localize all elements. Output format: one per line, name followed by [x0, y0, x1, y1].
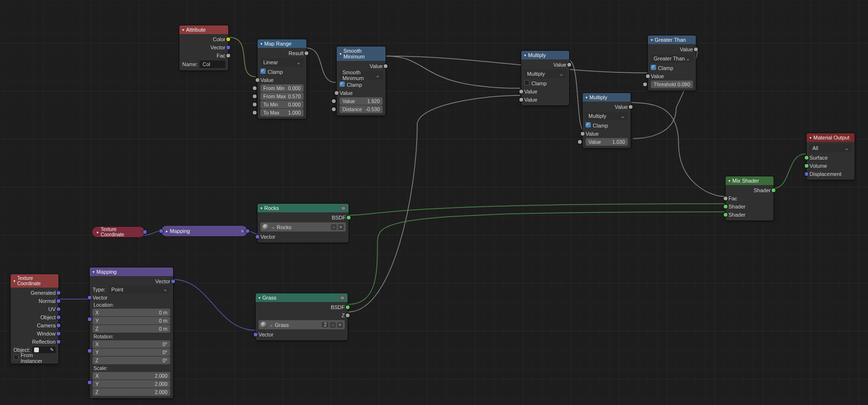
node-mapping[interactable]: ▾ Mapping Vector Type: Point Vector Loca… — [90, 267, 173, 398]
socket-out-vector[interactable] — [171, 279, 175, 283]
node-attribute[interactable]: ▾ Attribute Color Vector Fac Name: Col — [179, 25, 228, 70]
node-material-output[interactable]: ▾ Material Output All Surface Volume Dis… — [807, 133, 855, 180]
collapse-icon[interactable]: ▾ — [93, 270, 94, 274]
dropdown-op[interactable]: Multiply — [524, 69, 566, 78]
expand-icon[interactable]: ▸ — [166, 229, 168, 233]
node-header[interactable]: ▾ Grass ⧉ — [256, 293, 348, 302]
node-header[interactable]: ▾ Multiply — [521, 51, 569, 59]
rot-x-field[interactable]: X0° — [93, 340, 170, 348]
node-header[interactable]: ▾ Multiply — [583, 93, 631, 102]
node-header[interactable]: ▾ Rocks ⧉ — [258, 204, 349, 212]
socket-in-location[interactable] — [88, 317, 92, 321]
scale-z-field[interactable]: Z2.000 — [93, 388, 170, 396]
socket-out-bsdf[interactable] — [347, 216, 351, 220]
node-greater-than[interactable]: ▾ Greater Than Value Greater Than Clamp … — [648, 35, 696, 91]
unlink-icon[interactable]: ✕ — [337, 322, 343, 328]
node-header[interactable]: ▾ Smooth Minimum — [337, 46, 386, 61]
target-dropdown[interactable]: All — [809, 144, 852, 152]
socket-in-value2[interactable] — [519, 98, 523, 102]
distance-field[interactable]: Distance-0.530 — [340, 105, 383, 113]
socket-out-result[interactable] — [305, 51, 308, 55]
node-texture-coordinate[interactable]: ▾ Texture Coordinate Generated Normal UV… — [11, 274, 59, 364]
scale-y-field[interactable]: Y2.000 — [93, 380, 170, 388]
socket-out-shader[interactable] — [772, 188, 775, 192]
value-field[interactable]: Value1.030 — [586, 138, 628, 146]
socket-in-vector[interactable] — [88, 296, 92, 300]
socket-out[interactable] — [143, 230, 147, 234]
socket-in-fac[interactable] — [724, 197, 727, 200]
socket-out-uv[interactable] — [57, 307, 60, 311]
socket-in-displacement[interactable] — [805, 172, 809, 176]
to-max-field[interactable]: To Max1.000 — [260, 109, 304, 116]
socket-in-shader1[interactable] — [724, 205, 727, 208]
socket-in[interactable] — [332, 99, 336, 103]
group-toggle-icon[interactable]: ⧉ — [340, 295, 345, 301]
node-multiply-1[interactable]: ▾ Multiply Value Multiply Clamp Value Va… — [521, 51, 569, 105]
socket-in[interactable] — [253, 94, 257, 98]
node-header[interactable]: ▾ Attribute — [179, 25, 228, 34]
group-toggle-icon[interactable]: ⧉ — [340, 206, 346, 211]
dropdown-interp[interactable]: Linear — [260, 58, 304, 67]
node-mapping-collapsed[interactable]: ▸ Mapping ≡ — [161, 226, 247, 236]
collapse-icon[interactable]: ▾ — [258, 296, 260, 300]
socket-out-value[interactable] — [694, 47, 698, 51]
socket-out-bsdf[interactable] — [346, 305, 350, 309]
node-header[interactable]: ▾ Mapping — [90, 267, 173, 276]
node-group-grass[interactable]: ▾ Grass ⧉ BSDF Z ⌄ Grass 2 ○ ✕ Vector — [256, 293, 348, 340]
socket-out-normal[interactable] — [57, 299, 60, 303]
node-header[interactable]: ▾ Map Range — [258, 39, 306, 48]
from-max-field[interactable]: From Max0.570 — [260, 93, 304, 100]
node-group-rocks[interactable]: ▾ Rocks ⧉ BSDF ⌄ Rocks ○ ✕ Vector — [258, 204, 349, 243]
loc-y-field[interactable]: Y0 m — [93, 317, 170, 324]
socket-in[interactable] — [253, 86, 257, 90]
type-dropdown[interactable]: Point — [108, 285, 170, 294]
socket-out-window[interactable] — [57, 332, 60, 336]
dropdown-op[interactable]: Smooth Minimum — [340, 71, 383, 80]
socket-out-reflection[interactable] — [57, 340, 60, 344]
fake-user-icon[interactable]: ○ — [331, 224, 337, 230]
socket-in[interactable] — [159, 229, 163, 233]
socket-in-scale[interactable] — [88, 381, 92, 384]
value-field[interactable]: Value1.920 — [340, 97, 383, 105]
clamp-checkbox[interactable] — [524, 80, 529, 85]
to-min-field[interactable]: To Min0.000 — [260, 101, 304, 108]
clamp-checkbox[interactable] — [340, 81, 345, 87]
collapse-icon[interactable]: ▾ — [728, 179, 730, 183]
node-mix-shader[interactable]: ▾ Mix Shader Shader Fac Shader Shader — [726, 176, 774, 220]
node-options-icon[interactable]: ≡ — [241, 229, 244, 233]
socket-in-shader2[interactable] — [724, 213, 727, 217]
socket-in-value[interactable] — [581, 132, 585, 136]
collapse-icon[interactable]: ▾ — [182, 28, 184, 32]
collapse-icon[interactable]: ▾ — [651, 38, 653, 42]
rot-z-field[interactable]: Z0° — [93, 357, 170, 364]
socket-out[interactable] — [246, 229, 249, 233]
socket-in-vector[interactable] — [254, 333, 258, 336]
socket-out-value[interactable] — [567, 63, 571, 67]
socket-out-color[interactable] — [226, 37, 230, 41]
socket-in[interactable] — [253, 111, 257, 115]
dropdown-op[interactable]: Multiply — [586, 112, 628, 120]
from-instancer-checkbox[interactable] — [13, 355, 19, 360]
collapse-icon[interactable]: ▾ — [13, 279, 15, 283]
socket-out-vector[interactable] — [226, 46, 230, 49]
collapse-icon[interactable]: ▾ — [340, 52, 341, 56]
collapse-icon[interactable]: ▾ — [260, 42, 262, 46]
socket-in-surface[interactable] — [805, 156, 809, 160]
node-header[interactable]: ▾ Mix Shader — [726, 176, 774, 185]
material-selector[interactable]: ⌄ Grass 2 ○ ✕ — [258, 320, 345, 329]
socket-out-z[interactable] — [346, 313, 350, 317]
expand-icon[interactable]: ▸ — [97, 230, 99, 234]
clamp-checkbox[interactable] — [260, 69, 266, 74]
socket-in-value[interactable] — [646, 74, 650, 78]
node-header[interactable]: ▾ Greater Than — [648, 35, 696, 44]
user-count[interactable]: 2 — [322, 322, 328, 327]
node-map-range[interactable]: ▾ Map Range Result Linear Clamp Value Fr… — [258, 39, 306, 119]
node-header[interactable]: ▾ Texture Coordinate — [11, 274, 59, 288]
socket-out-fac[interactable] — [226, 54, 230, 58]
socket-out-object[interactable] — [57, 315, 60, 319]
dropdown-icon[interactable]: ⌄ — [271, 224, 275, 230]
socket-out-camera[interactable] — [57, 324, 60, 327]
scale-x-field[interactable]: X2.000 — [93, 372, 170, 380]
socket-out-generated[interactable] — [57, 291, 60, 295]
eyedropper-icon[interactable]: ✎ — [50, 347, 54, 352]
